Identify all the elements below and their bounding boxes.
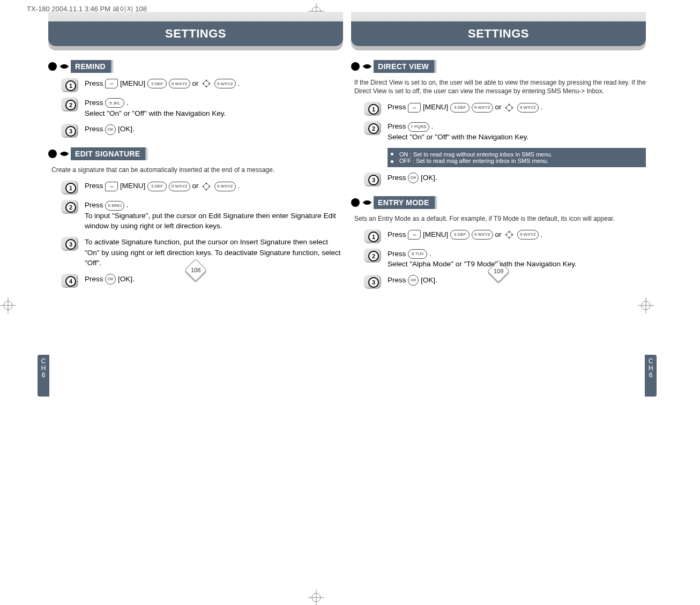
key-ok-icon: OK [408, 173, 419, 183]
step: 1 Press – [MENU] 3 DEF 9 WXYZ or 9 WXYZ … [61, 78, 343, 92]
svg-marker-14 [205, 86, 207, 88]
svg-marker-20 [202, 185, 204, 188]
key-ok-icon: OK [105, 124, 116, 135]
banner: SETTINGS [48, 12, 343, 50]
chapter-tab: C H 6 [645, 355, 657, 397]
key-ok-icon: OK [408, 275, 419, 286]
crop-mark-icon [308, 589, 324, 605]
key-6-icon: 6 MNO [105, 201, 124, 211]
step-text: Press – [MENU] 3 DEF 9 WXYZ or 9 WXYZ . [388, 229, 542, 240]
svg-marker-28 [508, 230, 510, 232]
key-ok-icon: OK [105, 274, 116, 285]
page-number: 109 [490, 263, 507, 279]
page-right: SETTINGS DIRECT VIEW If the Direct View … [351, 12, 646, 294]
page-number: 108 [188, 262, 204, 278]
svg-marker-18 [205, 182, 207, 184]
softkey-icon: – [408, 230, 421, 240]
key-9-icon: 9 WXYZ [169, 79, 190, 88]
section-remind: REMIND [48, 60, 343, 73]
note-box: ON : Set to read msg without entering in… [388, 148, 646, 167]
svg-marker-31 [512, 234, 513, 236]
step-text: Press 8 TUV . Select "Alpha Mode" or "T9… [388, 249, 577, 270]
nav-dpad-icon [202, 79, 211, 88]
svg-marker-24 [508, 110, 510, 112]
step-badge-icon: 3 [364, 275, 381, 289]
step-badge-icon: 1 [364, 102, 381, 116]
svg-marker-30 [505, 234, 507, 236]
svg-marker-13 [205, 79, 207, 81]
section-edit-signature: EDIT SIGNATURE [48, 147, 343, 160]
section-direct-view: DIRECT VIEW [351, 60, 646, 73]
banner: SETTINGS [351, 12, 646, 50]
svg-point-17 [204, 184, 209, 189]
key-7-icon: 7 PQRS [408, 122, 429, 132]
step-badge-icon: 2 [364, 249, 381, 263]
note-line: ON : Set to read msg without entering in… [399, 151, 641, 158]
step: 3 Press OK [OK]. [364, 173, 646, 186]
svg-marker-21 [209, 185, 211, 188]
bullet-icon [391, 160, 393, 163]
step: 3 Press OK [OK]. [61, 124, 343, 138]
step: 1 Press – [MENU] 3 DEF 9 WXYZ or 9 WXYZ … [364, 229, 646, 243]
step: 1 Press – [MENU] 3 DEF 9 WXYZ or 9 WXYZ … [61, 181, 343, 195]
nav-dpad-icon [504, 103, 514, 113]
section-label: DIRECT VIEW [374, 60, 434, 73]
key-3-icon: 3 DEF [450, 103, 470, 113]
step-badge-icon: 2 [61, 98, 78, 111]
step-badge-icon: 1 [61, 78, 78, 92]
banner-title: SETTINGS [48, 21, 343, 46]
arc-icon [363, 61, 371, 72]
arc-icon [60, 148, 69, 159]
svg-marker-15 [202, 83, 204, 85]
chapter-tab: C H 6 [38, 355, 49, 397]
step-badge-icon: 1 [364, 229, 381, 243]
step-badge-icon: 4 [61, 274, 78, 288]
step: 1 Press – [MENU] 3 DEF 9 WXYZ or 9 WXYZ … [364, 102, 646, 116]
step: 2 Press 6 MNO . To input "Signature", pu… [61, 200, 343, 231]
step-text: Press 5 JKL . Select "On" or "Off" with … [85, 98, 226, 118]
bullet-icon [391, 153, 393, 155]
svg-marker-23 [508, 103, 510, 105]
softkey-icon: – [105, 182, 118, 191]
key-9-icon: 9 WXYZ [472, 230, 493, 240]
svg-marker-19 [205, 189, 207, 191]
svg-point-12 [204, 81, 209, 86]
step-text: Press 7 PQRS . Select "On" or "Off" with… [388, 121, 528, 142]
section-label: REMIND [71, 60, 111, 73]
key-8-icon: 8 TUV [408, 249, 427, 259]
step-badge-icon: 3 [364, 173, 381, 186]
key-9-icon: 9 WXYZ [169, 182, 190, 191]
crop-mark-icon [0, 297, 16, 313]
section-intro: Sets an Entry Mode as a default. For exa… [354, 214, 646, 223]
step-badge-icon: 1 [61, 181, 78, 195]
page-left: SETTINGS REMIND 1 Press – [MENU] 3 DEF 9… [48, 12, 343, 293]
step-badge-icon: 3 [61, 124, 78, 138]
step: 2 Press 7 PQRS . Select "On" or "Off" wi… [364, 121, 646, 142]
svg-point-22 [507, 105, 512, 110]
key-3-icon: 3 DEF [147, 79, 167, 88]
svg-marker-29 [508, 237, 510, 239]
step-text: Press – [MENU] 3 DEF 9 WXYZ or 9 WXYZ . [85, 181, 240, 191]
arc-icon [363, 197, 371, 208]
section-label: ENTRY MODE [374, 196, 435, 209]
crop-mark-icon [638, 297, 654, 313]
key-9-icon: 9 WXYZ [517, 103, 539, 113]
step: 2 Press 5 JKL . Select "On" or "Off" wit… [61, 98, 343, 118]
softkey-icon: – [408, 103, 421, 113]
key-9-icon: 9 WXYZ [214, 182, 236, 191]
key-3-icon: 3 DEF [147, 182, 167, 191]
banner-title: SETTINGS [351, 21, 646, 46]
step-badge-icon: 3 [61, 237, 78, 251]
bullet-icon [351, 62, 360, 71]
svg-marker-26 [512, 107, 513, 109]
section-intro: If the Direct View is set to on, the use… [354, 78, 646, 95]
svg-marker-16 [209, 83, 211, 85]
key-9-icon: 9 WXYZ [214, 79, 236, 88]
step-text: Press – [MENU] 3 DEF 9 WXYZ or 9 WXYZ . [85, 78, 240, 89]
svg-marker-25 [505, 107, 507, 109]
section-entry-mode: ENTRY MODE [351, 196, 646, 209]
step-badge-icon: 2 [61, 200, 78, 214]
step-text: Press OK [OK]. [85, 274, 135, 285]
svg-point-27 [507, 232, 512, 237]
step-text: Press 6 MNO . To input "Signature", put … [85, 200, 343, 231]
